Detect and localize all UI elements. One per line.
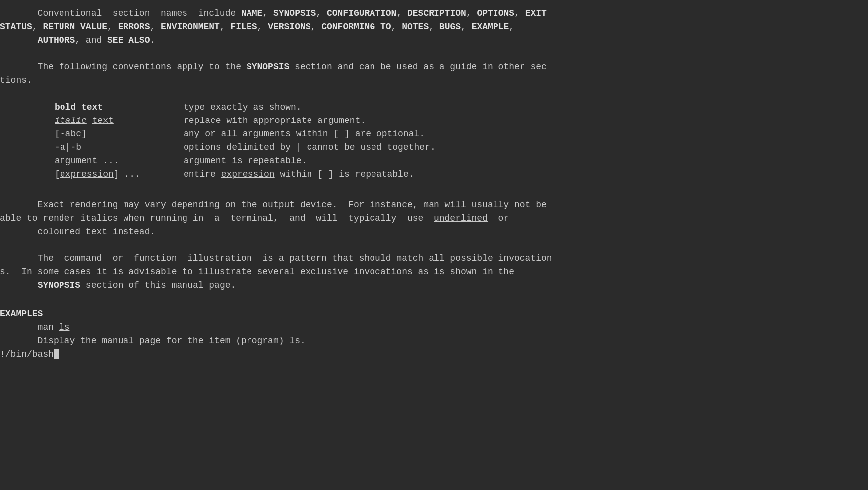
conventions-cont: tions. xyxy=(0,74,868,87)
or-desc-text: options delimited by | cannot be used to… xyxy=(184,142,435,152)
optional-term-text: [-abc] xyxy=(55,129,87,139)
command-para2: s. In some cases it is advisable to illu… xyxy=(0,265,868,279)
bold-see-also: SEE ALSO xyxy=(107,35,150,45)
bold-authors: AUTHORS xyxy=(38,35,75,45)
bold-notes: NOTES xyxy=(402,22,429,32)
argument-term-ellipsis: ... xyxy=(97,156,119,166)
italic-term-space xyxy=(87,116,92,125)
ls-underline: ls xyxy=(289,336,300,346)
def-argument: argument ... argument is repeatable. xyxy=(55,154,868,168)
bold-files: FILES xyxy=(231,22,257,32)
example1-desc: Display the manual page for the item (pr… xyxy=(0,334,868,348)
expression-desc-underline: expression xyxy=(221,169,275,179)
bold-status: STATUS xyxy=(0,22,32,32)
exact-render-para3: coloured text instead. xyxy=(0,225,868,239)
exact-render-text1: Exact rendering may vary depending on th… xyxy=(0,200,547,210)
def-term-bold: bold text xyxy=(55,101,184,114)
def-term-or: -a|-b xyxy=(55,141,184,154)
bold-synopsis-ref: SYNOPSIS xyxy=(247,62,289,72)
def-term-expression: [expression] ... xyxy=(55,168,184,181)
bold-term-text: bold text xyxy=(55,102,103,112)
bold-configuration: CONFIGURATION xyxy=(327,8,396,18)
exact-render-text2: able to render italics when running in a… xyxy=(0,213,509,223)
italic-desc-text: replace with appropriate argument. xyxy=(184,116,366,125)
examples-label: EXAMPLES xyxy=(0,309,43,319)
def-term-argument: argument ... xyxy=(55,154,184,168)
bold-bugs: BUGS xyxy=(439,22,461,32)
definition-table: bold text type exactly as shown. italic … xyxy=(55,101,868,181)
empty-line-2 xyxy=(0,87,868,101)
expression-term-bracket-open: [ xyxy=(55,169,60,179)
def-desc-italic: replace with appropriate argument. xyxy=(184,114,868,127)
exact-render-para1: Exact rendering may vary depending on th… xyxy=(0,198,868,212)
section-names-para2: STATUS, RETURN VALUE, ERRORS, ENVIRONMEN… xyxy=(0,20,868,34)
or-term-text: -a|-b xyxy=(55,142,81,152)
expression-desc-suffix: within [ ] is repeatable. xyxy=(275,169,414,179)
empty-line-5 xyxy=(0,292,868,306)
example1-man: man ls xyxy=(0,322,69,332)
expression-term-rest: ] ... xyxy=(114,169,140,179)
command-text2: s. In some cases it is advisable to illu… xyxy=(0,267,514,277)
section-names-text3: AUTHORS, and SEE ALSO. xyxy=(0,35,155,45)
bold-example: EXAMPLE xyxy=(472,22,509,32)
example1-cmd: man ls xyxy=(0,321,868,334)
def-expression: [expression] ... entire expression withi… xyxy=(55,168,868,181)
example1-desc-text: Display the manual page for the item (pr… xyxy=(0,336,306,346)
conventions-cont-text: tions. xyxy=(0,75,32,85)
argument-desc-text: is repeatable. xyxy=(226,156,307,166)
bold-exit: EXIT xyxy=(525,8,547,18)
examples-header: EXAMPLES xyxy=(0,307,868,321)
def-italic-text: italic text replace with appropriate arg… xyxy=(55,114,868,127)
command-para1: The command or function illustration is … xyxy=(0,252,868,265)
example1-ls-underline: ls xyxy=(59,322,70,332)
empty-line-1 xyxy=(0,47,868,61)
bold-synopsis-ref2: SYNOPSIS xyxy=(38,280,80,290)
bold-environment: ENVIRONMENT xyxy=(161,22,220,32)
empty-line-4 xyxy=(0,239,868,252)
bold-description: DESCRIPTION xyxy=(407,8,466,18)
last-line-text: !/bin/bash xyxy=(0,349,54,359)
def-desc-expression: entire expression within [ ] is repeatab… xyxy=(184,168,868,181)
exact-render-para2: able to render italics when running in a… xyxy=(0,212,868,225)
def-desc-optional: any or all arguments within [ ] are opti… xyxy=(184,127,868,141)
def-bold-text: bold text type exactly as shown. xyxy=(55,101,868,114)
def-term-italic: italic text xyxy=(55,114,184,127)
bold-versions: VERSIONS xyxy=(268,22,310,32)
bold-synopsis: SYNOPSIS xyxy=(273,8,316,18)
underlined-word: underlined xyxy=(434,213,488,223)
conventions-text: The following conventions apply to the S… xyxy=(0,62,547,72)
expression-desc-prefix: entire xyxy=(184,169,221,179)
bold-desc-text: type exactly as shown. xyxy=(184,102,302,112)
command-text1: The command or function illustration is … xyxy=(0,253,552,263)
def-optional-args: [-abc] any or all arguments within [ ] a… xyxy=(55,127,868,141)
last-line: !/bin/bash xyxy=(0,348,868,361)
def-or-options: -a|-b options delimited by | cannot be u… xyxy=(55,141,868,154)
expression-term-underline: expression xyxy=(60,169,114,179)
bold-name: NAME xyxy=(241,8,262,18)
bold-errors: ERRORS xyxy=(118,22,150,32)
def-desc-bold: type exactly as shown. xyxy=(184,101,868,114)
empty-line-3 xyxy=(0,185,868,198)
italic-term-text: text xyxy=(92,116,114,125)
cursor-block xyxy=(54,349,59,359)
argument-term-underline: argument xyxy=(55,156,97,166)
terminal-window: Conventional section names include NAME,… xyxy=(0,0,868,490)
section-names-para3: AUTHORS, and SEE ALSO. xyxy=(0,34,868,47)
item-underline: item xyxy=(209,336,230,346)
section-names-text: Conventional section names include NAME,… xyxy=(0,8,547,18)
bold-options: OPTIONS xyxy=(477,8,514,18)
exact-render-text3: coloured text instead. xyxy=(0,227,155,237)
man-page-content: Conventional section names include NAME,… xyxy=(0,5,868,363)
def-desc-or: options delimited by | cannot be used to… xyxy=(184,141,868,154)
command-text3: SYNOPSIS section of this manual page. xyxy=(0,280,236,290)
command-para3: SYNOPSIS section of this manual page. xyxy=(0,279,868,292)
bold-return: RETURN VALUE xyxy=(43,22,107,32)
italic-term-italic: italic xyxy=(55,116,87,125)
section-names-text2: STATUS, RETURN VALUE, ERRORS, ENVIRONMEN… xyxy=(0,22,514,32)
def-term-optional: [-abc] xyxy=(55,127,184,141)
argument-desc-underline: argument xyxy=(184,156,226,166)
optional-desc-text: any or all arguments within [ ] are opti… xyxy=(184,129,425,139)
section-names-para: Conventional section names include NAME,… xyxy=(0,7,868,20)
def-desc-argument: argument is repeatable. xyxy=(184,154,868,168)
bold-conforming: CONFORMING TO xyxy=(321,22,391,32)
